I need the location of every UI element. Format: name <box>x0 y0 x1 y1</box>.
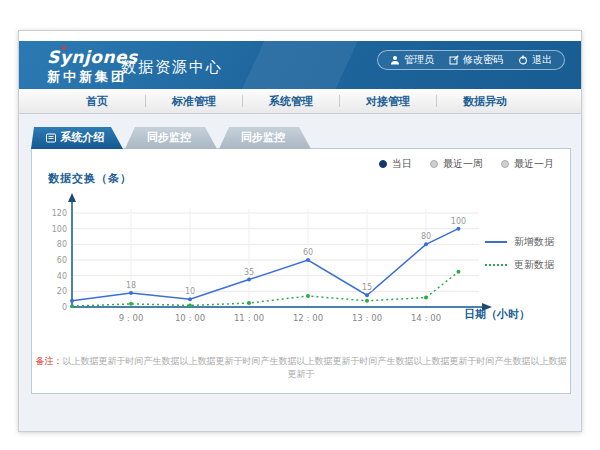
tab-system-intro[interactable]: 系统介绍 <box>31 127 123 149</box>
svg-text:13：00: 13：00 <box>352 313 382 323</box>
app-header: Synjones 新中新集团 数据资源中心 管理员 修改密码 退出 <box>19 41 581 89</box>
svg-text:14：00: 14：00 <box>411 313 441 323</box>
svg-text:100: 100 <box>451 217 466 226</box>
y-axis-title: 数据交换（条） <box>48 171 132 186</box>
nav-item-home[interactable]: 首页 <box>49 94 145 109</box>
radio-last-week[interactable]: 最近一周 <box>430 157 483 171</box>
power-icon <box>518 55 528 65</box>
svg-text:0: 0 <box>62 303 67 312</box>
radio-last-month[interactable]: 最近一月 <box>501 157 554 171</box>
tab-sync-monitor-1[interactable]: 同步监控 <box>125 127 217 149</box>
radio-label: 当日 <box>392 157 412 171</box>
nav-item-system-mgmt[interactable]: 系统管理 <box>243 94 339 109</box>
solid-line-swatch <box>485 241 507 243</box>
radio-today[interactable]: 当日 <box>379 157 412 171</box>
svg-text:120: 120 <box>52 209 67 218</box>
radio-dot-selected <box>379 160 387 168</box>
svg-text:15: 15 <box>362 283 372 292</box>
nav-item-interface-mgmt[interactable]: 对接管理 <box>340 94 436 109</box>
admin-user-button[interactable]: 管理员 <box>390 53 434 67</box>
x-axis-title: 日期（小时） <box>464 307 530 322</box>
tab-label: 同步监控 <box>241 127 285 149</box>
svg-text:10: 10 <box>185 287 195 296</box>
nav-item-data-change[interactable]: 数据异动 <box>437 94 533 109</box>
change-password-label: 修改密码 <box>463 53 503 67</box>
edit-icon <box>449 55 459 65</box>
content-area: 系统介绍 同步监控 同步监控 当日 最近一周 <box>19 114 581 432</box>
tab-label: 同步监控 <box>147 127 191 149</box>
radio-label: 最近一周 <box>443 157 483 171</box>
radio-dot <box>501 160 509 168</box>
logout-label: 退出 <box>532 53 552 67</box>
radio-label: 最近一月 <box>514 157 554 171</box>
tab-sync-monitor-2[interactable]: 同步监控 <box>219 127 311 149</box>
footer-note: 备注：以上数据更新于时间产生数据以上数据更新于时间产生数据以上数据更新于时间产生… <box>32 355 570 381</box>
legend-item-new-data[interactable]: 新增数据 <box>485 235 554 249</box>
document-icon <box>46 133 56 143</box>
svg-text:11：00: 11：00 <box>234 313 264 323</box>
legend-label: 新增数据 <box>514 235 554 249</box>
note-prefix: 备注： <box>36 356 63 366</box>
logo-red-dot <box>62 46 66 50</box>
svg-text:18: 18 <box>126 281 136 290</box>
svg-text:35: 35 <box>244 268 254 277</box>
main-nav: 首页 标准管理 系统管理 对接管理 数据异动 <box>19 89 581 114</box>
panel-card: 当日 最近一周 最近一月 数据交换（条） 0204060801001209：00… <box>31 148 571 394</box>
svg-text:100: 100 <box>52 225 67 234</box>
svg-text:60: 60 <box>303 248 313 257</box>
admin-user-label: 管理员 <box>404 53 434 67</box>
svg-text:40: 40 <box>57 272 67 281</box>
screen: Synjones 新中新集团 数据资源中心 管理员 修改密码 退出 <box>0 0 600 450</box>
chart-legend: 新增数据 更新数据 <box>485 235 554 272</box>
legend-label: 更新数据 <box>514 258 554 272</box>
radio-dot <box>430 160 438 168</box>
user-menu: 管理员 修改密码 退出 <box>377 50 565 70</box>
svg-text:12：00: 12：00 <box>293 313 323 323</box>
logout-button[interactable]: 退出 <box>518 53 552 67</box>
legend-item-updated-data[interactable]: 更新数据 <box>485 258 554 272</box>
line-chart: 0204060801001209：0010：0011：0012：0013：001… <box>42 191 498 331</box>
tab-label: 系统介绍 <box>61 127 105 149</box>
time-range-filter: 当日 最近一周 最近一月 <box>379 157 554 171</box>
note-text: 以上数据更新于时间产生数据以上数据更新于时间产生数据以上数据更新于时间产生数据以… <box>63 356 567 379</box>
app-title: 数据资源中心 <box>121 58 223 77</box>
svg-text:20: 20 <box>57 287 67 296</box>
dotted-line-swatch <box>485 264 507 266</box>
user-icon <box>390 55 400 65</box>
app-window: Synjones 新中新集团 数据资源中心 管理员 修改密码 退出 <box>18 30 582 432</box>
svg-text:10：00: 10：00 <box>175 313 205 323</box>
nav-item-standard-mgmt[interactable]: 标准管理 <box>146 94 242 109</box>
svg-text:60: 60 <box>57 256 67 265</box>
change-password-button[interactable]: 修改密码 <box>449 53 503 67</box>
svg-text:80: 80 <box>57 240 67 249</box>
svg-text:80: 80 <box>421 232 431 241</box>
tab-bar: 系统介绍 同步监控 同步监控 <box>31 127 311 149</box>
svg-text:9：00: 9：00 <box>119 313 144 323</box>
